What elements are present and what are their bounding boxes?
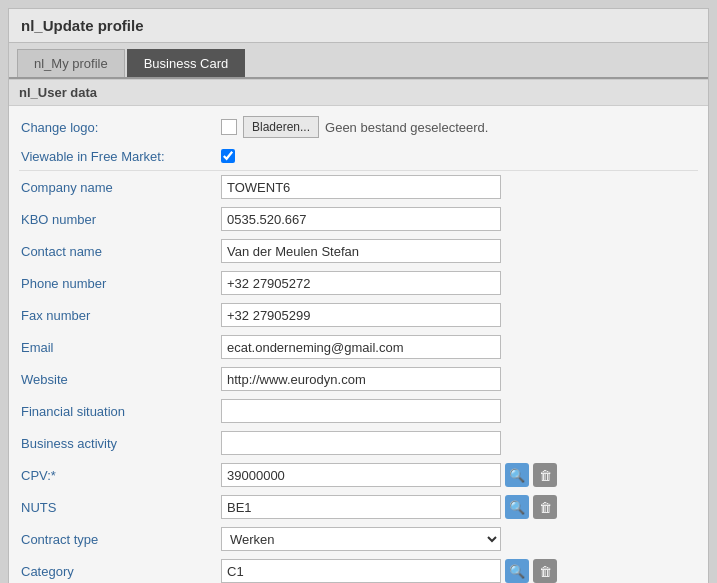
business-row: Business activity (19, 427, 698, 459)
browse-button[interactable]: Bladeren... (243, 116, 319, 138)
delete-icon: 🗑 (539, 564, 552, 579)
company-name-control (221, 175, 696, 199)
website-row: Website (19, 363, 698, 395)
cpv-row: CPV:* 🔍 🗑 (19, 459, 698, 491)
category-control: 🔍 🗑 (221, 559, 696, 583)
cpv-label: CPV:* (21, 468, 221, 483)
nuts-control: 🔍 🗑 (221, 495, 696, 519)
contact-label: Contact name (21, 244, 221, 259)
change-logo-label: Change logo: (21, 120, 221, 135)
delete-icon: 🗑 (539, 500, 552, 515)
search-icon: 🔍 (509, 468, 525, 483)
phone-control (221, 271, 696, 295)
email-label: Email (21, 340, 221, 355)
company-name-label: Company name (21, 180, 221, 195)
fax-control (221, 303, 696, 327)
nuts-delete-button[interactable]: 🗑 (533, 495, 557, 519)
email-control (221, 335, 696, 359)
contact-control (221, 239, 696, 263)
kbo-row: KBO number (19, 203, 698, 235)
cpv-control: 🔍 🗑 (221, 463, 696, 487)
business-control (221, 431, 696, 455)
contract-type-control: Werken Diensten Leveringen (221, 527, 696, 551)
business-label: Business activity (21, 436, 221, 451)
delete-icon: 🗑 (539, 468, 552, 483)
business-input[interactable] (221, 431, 501, 455)
nuts-search-button[interactable]: 🔍 (505, 495, 529, 519)
viewable-control (221, 149, 696, 163)
website-label: Website (21, 372, 221, 387)
website-control (221, 367, 696, 391)
change-logo-control: Bladeren... Geen bestand geselecteerd. (221, 116, 696, 138)
tabs-bar: nl_My profile Business Card (9, 43, 708, 79)
contract-type-label: Contract type (21, 532, 221, 547)
file-checkbox[interactable] (221, 119, 237, 135)
company-name-input[interactable] (221, 175, 501, 199)
category-delete-button[interactable]: 🗑 (533, 559, 557, 583)
contact-input[interactable] (221, 239, 501, 263)
viewable-checkbox[interactable] (221, 149, 235, 163)
section-header: nl_User data (9, 79, 708, 106)
search-icon: 🔍 (509, 500, 525, 515)
website-input[interactable] (221, 367, 501, 391)
nuts-label: NUTS (21, 500, 221, 515)
fax-label: Fax number (21, 308, 221, 323)
viewable-label: Viewable in Free Market: (21, 149, 221, 164)
search-icon: 🔍 (509, 564, 525, 579)
page-title: nl_Update profile (9, 9, 708, 43)
kbo-input[interactable] (221, 207, 501, 231)
financial-row: Financial situation (19, 395, 698, 427)
email-input[interactable] (221, 335, 501, 359)
nuts-input[interactable] (221, 495, 501, 519)
contact-row: Contact name (19, 235, 698, 267)
cpv-delete-button[interactable]: 🗑 (533, 463, 557, 487)
no-file-text: Geen bestand geselecteerd. (325, 120, 488, 135)
financial-control (221, 399, 696, 423)
nuts-row: NUTS 🔍 🗑 (19, 491, 698, 523)
phone-label: Phone number (21, 276, 221, 291)
financial-label: Financial situation (21, 404, 221, 419)
change-logo-row: Change logo: Bladeren... Geen bestand ge… (19, 112, 698, 142)
kbo-control (221, 207, 696, 231)
company-name-row: Company name (19, 171, 698, 203)
cpv-search-button[interactable]: 🔍 (505, 463, 529, 487)
category-label: Category (21, 564, 221, 579)
form-area: Change logo: Bladeren... Geen bestand ge… (9, 106, 708, 583)
fax-row: Fax number (19, 299, 698, 331)
kbo-label: KBO number (21, 212, 221, 227)
category-search-button[interactable]: 🔍 (505, 559, 529, 583)
tab-my-profile[interactable]: nl_My profile (17, 49, 125, 77)
viewable-row: Viewable in Free Market: (19, 142, 698, 170)
category-row: Category 🔍 🗑 (19, 555, 698, 583)
file-input-area: Bladeren... Geen bestand geselecteerd. (221, 116, 488, 138)
contract-type-row: Contract type Werken Diensten Leveringen (19, 523, 698, 555)
category-input[interactable] (221, 559, 501, 583)
cpv-input[interactable] (221, 463, 501, 487)
email-row: Email (19, 331, 698, 363)
contract-type-select[interactable]: Werken Diensten Leveringen (221, 527, 501, 551)
phone-input[interactable] (221, 271, 501, 295)
tab-business-card[interactable]: Business Card (127, 49, 246, 77)
phone-row: Phone number (19, 267, 698, 299)
financial-input[interactable] (221, 399, 501, 423)
fax-input[interactable] (221, 303, 501, 327)
